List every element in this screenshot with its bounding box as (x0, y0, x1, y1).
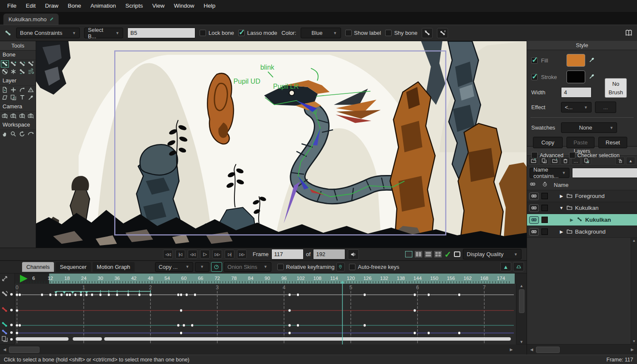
lasso-mode-checkbox[interactable] (238, 30, 245, 36)
split-horizontal-view-button[interactable] (425, 251, 432, 257)
relative-keyframing-checkbox[interactable] (277, 264, 284, 270)
stencil-frame-icon[interactable] (454, 251, 460, 257)
single-view-button[interactable] (405, 251, 412, 257)
auto-freeze-keys-checkbox[interactable] (349, 264, 355, 270)
scrollbar-thumb[interactable] (519, 289, 524, 313)
layer-color-swatch[interactable] (541, 193, 548, 199)
paste-style-button[interactable]: Paste (567, 137, 595, 148)
tab-motion-graph[interactable]: Motion Graph (93, 262, 135, 272)
orbit-workspace-tool[interactable] (27, 130, 35, 138)
effect-dropdown[interactable]: <...▼ (561, 102, 592, 113)
menu-scripts[interactable]: Scripts (121, 0, 147, 12)
expand-arrow-icon[interactable]: ▶ (559, 194, 564, 198)
menu-file[interactable]: File (3, 0, 21, 12)
collapse-timeline-button[interactable]: ▲ (500, 262, 511, 271)
bone-strength-tool[interactable] (1, 68, 9, 75)
effect-more-button[interactable]: ... (595, 102, 616, 113)
canvas-viewport[interactable]: blink Pupil UD Pupil LR (36, 41, 527, 248)
bone-red-channel-icon[interactable] (1, 306, 8, 313)
no-brush-button[interactable]: No Brush (605, 78, 627, 98)
layer-row-background[interactable]: ▶ Background (527, 226, 637, 238)
scroll-left-icon[interactable]: ◀ (2, 347, 8, 352)
keyframe-options-dropdown[interactable]: ▼ (195, 262, 209, 272)
roll-camera-tool[interactable] (18, 112, 26, 119)
bone-constraints-dropdown[interactable]: Bone Constraints▼ (16, 28, 80, 38)
bone-color-dropdown[interactable]: Blue▼ (301, 28, 341, 38)
step-back-button[interactable]: ◁◁ (188, 250, 197, 259)
layer-row-kukulkan-group[interactable]: ▼ Kukulkan (527, 202, 637, 214)
fill-eyedropper-icon[interactable] (589, 56, 595, 64)
documentation-book-icon[interactable] (625, 29, 633, 37)
add-point-tool[interactable] (9, 86, 17, 93)
tab-channels[interactable]: Channels (22, 262, 54, 272)
add-bone-tool[interactable] (9, 60, 17, 68)
pan-tilt-camera-tool[interactable] (27, 112, 35, 119)
name-contains-dropdown[interactable]: Name contains...▼ (530, 168, 569, 178)
timeline-vertical-scrollbar[interactable]: ▲ ▼ (516, 284, 527, 344)
scroll-right-icon[interactable]: ▶ (508, 347, 514, 352)
fill-color-swatch[interactable] (567, 54, 585, 67)
shear-layer-tool[interactable] (1, 94, 9, 101)
stroke-color-swatch[interactable] (567, 71, 585, 83)
loop-end-button[interactable]: ▷▷ (237, 250, 247, 259)
current-frame-input[interactable] (271, 249, 304, 260)
flip-bone-horizontal-button[interactable] (422, 28, 433, 38)
transform-layer-tool[interactable] (9, 94, 17, 101)
layer-filter-input[interactable] (572, 168, 637, 178)
step-forward-button[interactable]: ▷▷ (212, 250, 222, 259)
stroke-width-input[interactable] (561, 87, 592, 98)
onion-skin-marker-icon[interactable] (211, 262, 222, 272)
copy-keyframes-dropdown[interactable]: Copy ...▼ (155, 262, 193, 272)
display-quality-dropdown[interactable]: Display Quality▼ (463, 249, 521, 260)
timeline-horizontal-scrollbar[interactable]: ◀ ▶ (0, 344, 527, 355)
rotate-workspace-tool[interactable] (18, 130, 26, 138)
pan-workspace-tool[interactable] (1, 130, 9, 138)
menu-help[interactable]: Help (199, 0, 220, 12)
select-bone-tool[interactable] (1, 60, 9, 68)
collapse-arrow-icon[interactable]: ▼ (559, 206, 564, 210)
layer-color-swatch[interactable] (541, 229, 548, 235)
menu-bone[interactable]: Bone (63, 0, 86, 12)
zoom-camera-tool[interactable] (9, 112, 17, 119)
quad-view-button[interactable] (434, 251, 442, 257)
layers-vertical-scrollbar[interactable]: ▲ ▼ (631, 238, 637, 344)
layer-row-kukulkan-bone[interactable]: ▶ Kukulkan (527, 214, 637, 226)
show-label-checkbox[interactable] (345, 30, 352, 36)
document-tab[interactable]: Kukulkan.moho (3, 14, 59, 25)
visibility-eye-icon[interactable] (529, 204, 539, 212)
expand-arrow-icon[interactable]: ▶ (559, 229, 564, 234)
bone-rotation-channel-icon[interactable] (1, 291, 8, 297)
timeline-ruler[interactable]: 6121824303642485460667278849096102108114… (15, 274, 516, 284)
layer-color-swatch[interactable] (541, 217, 548, 223)
track-camera-tool[interactable] (1, 112, 9, 119)
bind-layer-tool[interactable] (18, 68, 26, 75)
copy-style-button[interactable]: Copy (533, 137, 563, 148)
bone-name-input[interactable] (127, 28, 195, 38)
bone-blue-channel-icon[interactable] (1, 329, 8, 336)
go-to-end-button[interactable]: ▷| (225, 250, 234, 259)
bone-translate-tool[interactable] (27, 60, 35, 68)
keyframe-pin-icon[interactable] (336, 262, 345, 271)
bone-dynamics-tool[interactable] (27, 68, 35, 75)
scroll-up-icon[interactable]: ▲ (632, 239, 636, 243)
expand-timeline-icon[interactable] (1, 275, 8, 282)
select-bone-dropdown[interactable]: Select B...▼ (84, 28, 123, 38)
visibility-eye-icon[interactable] (529, 228, 539, 236)
magnet-tool[interactable] (27, 86, 35, 93)
menu-edit[interactable]: Edit (21, 0, 40, 12)
visibility-eye-icon[interactable] (529, 192, 539, 200)
text-tool[interactable] (18, 94, 26, 101)
lock-bone-checkbox[interactable] (200, 30, 206, 36)
curvature-tool[interactable] (18, 86, 26, 93)
resize-timeline-button[interactable] (513, 262, 524, 271)
scrollbar-thumb[interactable] (536, 347, 560, 353)
scroll-down-icon[interactable]: ▼ (632, 339, 636, 343)
reset-style-button[interactable]: Reset (598, 137, 627, 148)
fill-checkbox[interactable] (531, 57, 538, 64)
go-to-start-button[interactable]: |◁ (175, 250, 185, 259)
visibility-eye-icon[interactable] (529, 216, 539, 224)
onion-skins-dropdown[interactable]: Onion Skins▼ (224, 262, 271, 272)
play-button[interactable]: ▷ (200, 250, 210, 259)
stroke-eyedropper-icon[interactable] (589, 73, 595, 81)
checker-selection-checkbox[interactable] (569, 152, 575, 158)
